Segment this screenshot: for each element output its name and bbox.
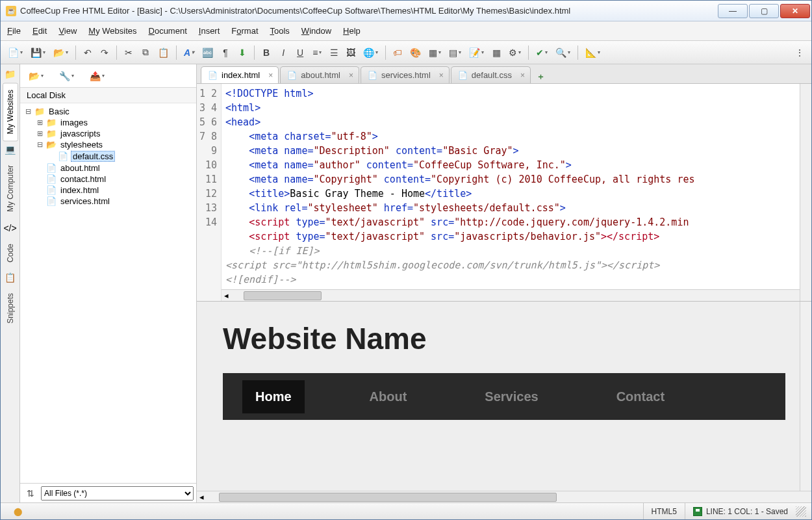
spellcheck-button[interactable]: ✔▾ [533, 44, 551, 61]
status-mode: HTML5 [643, 503, 685, 519]
layout-button[interactable]: ▦▾ [425, 44, 444, 61]
status-icon: ⬤ [14, 507, 22, 516]
separator [577, 46, 578, 60]
tree-folder-root[interactable]: ⊟📁Basic [24, 106, 192, 117]
vtab-snippets[interactable]: Snippets [3, 286, 18, 331]
vtab-code[interactable]: Code [3, 237, 18, 270]
close-icon[interactable]: × [439, 71, 444, 80]
minimize-button[interactable]: — [718, 4, 748, 18]
table-button[interactable]: ▦ [488, 44, 504, 61]
code-editor[interactable]: 1 2 3 4 5 6 7 8 9 10 11 12 13 14 <!DOCTY… [197, 84, 811, 302]
bold-button[interactable]: B [259, 44, 274, 61]
toolbar-overflow[interactable]: ⋮ [792, 44, 807, 61]
status-position: LINE: 1 COL: 1 - Saved [685, 503, 796, 519]
preview-nav: Home About Services Contact [223, 373, 785, 420]
preview-vscrollbar[interactable] [800, 302, 811, 491]
save-button[interactable]: 💾▾ [27, 44, 49, 61]
underline-button[interactable]: U [292, 44, 308, 61]
tree-folder[interactable]: ⊟📂stylesheets [24, 139, 192, 150]
tag-button[interactable]: 🏷 [390, 44, 405, 61]
tab-index[interactable]: 📄index.html× [201, 66, 279, 83]
menu-my-websites[interactable]: My Websites [88, 26, 136, 36]
file-icon: 📄 [458, 71, 468, 80]
side-toolbar: 📂▾ 🔧▾ 📤▾ [20, 64, 196, 88]
code-content[interactable]: <!DOCTYPE html> <html> <head> <meta char… [222, 84, 800, 289]
menu-help[interactable]: Help [343, 26, 361, 36]
filter-icon[interactable]: ⇅ [23, 485, 38, 502]
settings-button[interactable]: ⚙▾ [505, 44, 524, 61]
menu-document[interactable]: Document [149, 26, 187, 36]
new-file-button[interactable]: 📄▾ [5, 44, 26, 61]
menu-view[interactable]: View [58, 26, 77, 36]
preview-nav-about[interactable]: About [357, 380, 420, 413]
tree-folder[interactable]: ⊞📁images [24, 117, 192, 128]
tab-about[interactable]: 📄about.html× [280, 66, 359, 83]
download-button[interactable]: ⬇ [235, 44, 250, 61]
paste-button[interactable]: 📋 [155, 44, 172, 61]
menu-format[interactable]: Format [231, 26, 258, 36]
image-button[interactable]: 🖼 [343, 44, 359, 61]
cut-button[interactable]: ✂ [121, 44, 136, 61]
undo-button[interactable]: ↶ [80, 44, 95, 61]
pilcrow-button[interactable]: ¶ [218, 44, 233, 61]
file-icon: 📄 [368, 71, 377, 80]
edit-button[interactable]: 📝▾ [466, 44, 487, 61]
preview-site-title: Website Name [223, 321, 785, 356]
search-button[interactable]: 🔍▾ [552, 44, 574, 61]
tree-file[interactable]: 📄about.html [24, 162, 192, 174]
preview-hscrollbar[interactable]: ◂ [197, 491, 811, 502]
code-hscrollbar[interactable]: ◂ [222, 289, 800, 301]
close-icon[interactable]: × [520, 71, 525, 80]
char-button[interactable]: 🔤 [199, 44, 216, 61]
tab-default-css[interactable]: 📄default.css× [451, 66, 531, 83]
close-button[interactable]: ✕ [780, 4, 810, 18]
frame-button[interactable]: ▤▾ [446, 44, 464, 61]
separator [75, 46, 76, 60]
copy-button[interactable]: ⧉ [138, 44, 153, 61]
close-icon[interactable]: × [268, 71, 273, 80]
resize-grip[interactable] [796, 506, 806, 517]
menu-file[interactable]: File [7, 26, 21, 36]
ruler-button[interactable]: 📐▾ [582, 44, 603, 61]
menu-window[interactable]: Window [301, 26, 331, 36]
separator [528, 46, 529, 60]
color-button[interactable]: 🎨 [407, 44, 424, 61]
side-tool-button[interactable]: 🔧▾ [56, 68, 77, 84]
filter-select[interactable]: All Files (*.*) [41, 486, 194, 500]
side-upload-button[interactable]: 📤▾ [86, 68, 108, 84]
italic-button[interactable]: I [275, 44, 291, 61]
font-button[interactable]: A▾ [181, 44, 197, 61]
tree-file[interactable]: 📄services.html [24, 196, 192, 207]
tree-file[interactable]: 📄contact.html [24, 174, 192, 185]
preview-nav-contact[interactable]: Contact [603, 380, 678, 413]
menu-tools[interactable]: Tools [270, 26, 290, 36]
save-icon [693, 507, 702, 516]
separator [176, 46, 177, 60]
tree-file[interactable]: 📄index.html [24, 185, 192, 196]
vtab-my-computer[interactable]: My Computer [3, 158, 18, 219]
menu-insert[interactable]: Insert [199, 26, 220, 36]
new-tab-button[interactable]: ＋ [535, 70, 548, 83]
link-button[interactable]: 🌐▾ [360, 44, 381, 61]
editor-tabstrip: 📄index.html× 📄about.html× 📄services.html… [197, 64, 811, 84]
tree-file-selected[interactable]: 📄default.css [24, 150, 192, 162]
open-button[interactable]: 📂▾ [50, 44, 71, 61]
side-panel: 📂▾ 🔧▾ 📤▾ Local Disk ⊟📁Basic ⊞📁images ⊞📁j… [20, 64, 197, 502]
close-icon[interactable]: × [349, 71, 353, 80]
toolbar: 📄▾ 💾▾ 📂▾ ↶ ↷ ✂ ⧉ 📋 A▾ 🔤 ¶ ⬇ B I U ≡▾ ☰ 🖼… [1, 41, 811, 64]
maximize-button[interactable]: ▢ [749, 4, 779, 18]
code-vscrollbar[interactable] [800, 84, 811, 301]
vtab-my-websites[interactable]: My Websites [3, 83, 18, 141]
separator [254, 46, 255, 60]
app-window: ☕ CoffeeCup Free HTML Editor - [Basic] -… [0, 0, 812, 520]
align-button[interactable]: ≡▾ [309, 44, 325, 61]
preview-nav-services[interactable]: Services [472, 380, 551, 413]
redo-button[interactable]: ↷ [97, 44, 112, 61]
side-open-button[interactable]: 📂▾ [25, 68, 47, 84]
tree-folder[interactable]: ⊞📁javascripts [24, 128, 192, 139]
tab-services[interactable]: 📄services.html× [361, 66, 450, 83]
list-button[interactable]: ☰ [326, 44, 342, 61]
menu-edit[interactable]: Edit [32, 26, 47, 36]
preview-nav-home[interactable]: Home [242, 380, 305, 413]
file-icon: 📄 [208, 71, 218, 80]
